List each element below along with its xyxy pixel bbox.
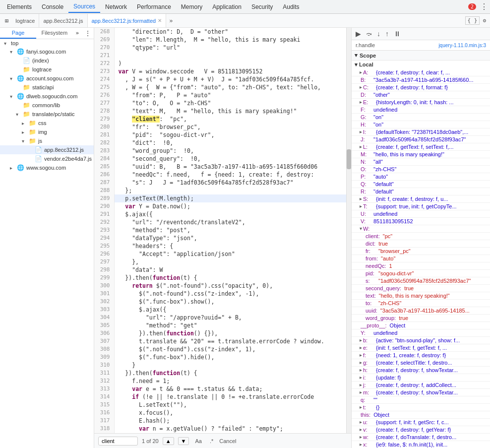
nav-memory[interactable]: Memory	[176, 1, 207, 12]
scope-property[interactable]: P: "auto"	[352, 173, 490, 181]
scope-property[interactable]: ▸ A: {create: f, destroy: f, clear: f, .…	[352, 69, 490, 76]
format-icon[interactable]: { }	[465, 16, 480, 25]
step-out-button[interactable]: ↑	[384, 29, 390, 39]
line-content[interactable]: "method": "post",	[114, 226, 346, 234]
line-content[interactable]: t.translate && "20" == t.translate.error…	[114, 337, 346, 345]
scope-property[interactable]: N: "all"	[352, 158, 490, 166]
regex-toggle-button[interactable]: .*	[208, 437, 215, 445]
line-content[interactable]: "headers": {	[114, 242, 346, 250]
tree-item-common-lib[interactable]: 📁 common/lib	[0, 101, 94, 110]
line-content[interactable]: , J = s(" + P + U + M + V) J = "1adf036c…	[114, 75, 346, 83]
prop-W-header[interactable]: ▾ W:	[352, 225, 490, 233]
tree-item-index[interactable]: 📄 (index)	[0, 56, 94, 65]
line-content[interactable]: "to": O, O = "zh-CHS"	[114, 99, 346, 107]
line-content[interactable]: var Y = Date.now();	[114, 202, 346, 210]
line-content[interactable]: if (!e || !e.translate || 0 != +e.transl…	[114, 393, 346, 401]
scope-property-other[interactable]: ▸ f: {need: 1, create: f, destroy: f}	[352, 352, 490, 359]
scope-property-other[interactable]: ▸ v: {create: f, destroy: f, getYear: f}	[352, 426, 490, 434]
line-content[interactable]: };	[114, 187, 346, 194]
tree-item-top[interactable]: ▾ top	[0, 39, 94, 47]
line-content[interactable]: p.setText(M.length);	[114, 194, 346, 202]
line-content[interactable]: $.ajax({	[114, 306, 346, 314]
scrollbar-thumb[interactable]	[347, 149, 351, 169]
scope-property-other[interactable]: q: ""	[352, 396, 490, 404]
scope-property[interactable]: F: undefined	[352, 106, 490, 114]
scope-property-w[interactable]: pid: "sogou-dict-vr"	[352, 270, 490, 277]
scope-property-other[interactable]: ▸ j: {create: f, destroy: f, addCollect.…	[352, 382, 490, 389]
line-content[interactable]: }	[114, 361, 346, 369]
scope-property[interactable]: ▸ E: {historyLength: 0, init: f, hash: .…	[352, 99, 490, 106]
search-next-button[interactable]: ▼	[178, 437, 189, 445]
nav-application[interactable]: Application	[207, 1, 246, 12]
search-prev-button[interactable]: ▲	[163, 437, 174, 445]
vertical-scrollbar[interactable]	[346, 28, 351, 433]
nav-security[interactable]: Security	[246, 1, 278, 12]
nav-sources[interactable]: Sources	[68, 1, 100, 13]
line-content[interactable]: i.send({	[114, 433, 346, 433]
tree-item-img[interactable]: ▸ 📁 img	[0, 128, 94, 136]
scope-property-w[interactable]: needQc: 1	[352, 262, 490, 270]
line-content[interactable]: "word_group": !0,	[114, 147, 346, 155]
settings-icon[interactable]: ⚙	[483, 17, 486, 24]
tab-app-js[interactable]: app.8ecc3212.js	[39, 14, 87, 27]
line-content[interactable]: "fr": "browser_pc",	[114, 123, 346, 131]
line-content[interactable]: var V = window.seccode V = 8511813095152	[114, 67, 346, 75]
scope-property[interactable]: Q: "default"	[352, 181, 490, 188]
tree-item-static-api[interactable]: 📁 static/api	[0, 83, 94, 92]
scope-property-w[interactable]: word_group: true	[352, 315, 490, 322]
tab-close-icon[interactable]: ✕	[158, 18, 162, 23]
line-content[interactable]: }).then(function(t) {	[114, 369, 346, 377]
line-content[interactable]: "Accept": "application/json"	[114, 250, 346, 258]
scope-property[interactable]: ▸ I: {defaultToken: "72387f1418dc0aeb",.…	[352, 128, 490, 136]
nav-elements[interactable]: Elements	[2, 1, 37, 12]
sidebar-expand-arrow[interactable]: »	[72, 28, 82, 39]
line-content[interactable]: var e = t && 0 === t.status && t.data;	[114, 385, 346, 393]
sidebar-tab-page[interactable]: Page	[0, 28, 36, 39]
line-content[interactable]: "qtype": "url"	[114, 44, 346, 52]
more-icon[interactable]: ⋮	[480, 2, 488, 11]
scope-property-other[interactable]: ▸ b: {active: "btn-sound-play", show: f.…	[352, 337, 490, 344]
tree-item-js[interactable]: ▾ 📁 js	[0, 136, 94, 145]
code-scroll[interactable]: 268 "direction": D, D = "other"269 "len"…	[94, 28, 346, 433]
line-content[interactable]: )	[114, 60, 346, 67]
scope-property-other[interactable]: ▸ t: {}	[352, 404, 490, 411]
sidebar-tab-filesystem[interactable]: Filesystem	[36, 28, 72, 39]
deactivate-button[interactable]: ⏸	[393, 29, 402, 39]
tree-item-www[interactable]: ▸ 🌐 www.sogou.com	[0, 163, 94, 172]
scope-property-other[interactable]: __proto__: Object	[352, 322, 490, 329]
scope-property-other[interactable]: ▸ i: {update: f}	[352, 374, 490, 382]
line-content[interactable]	[114, 52, 346, 60]
line-content[interactable]: var n = x.getValue() ? "failed" : "empty…	[114, 425, 346, 433]
line-content[interactable]: L.setText(""),	[114, 401, 346, 409]
line-content[interactable]: "url": "/reventondc/translateV2",	[114, 218, 346, 226]
nav-console[interactable]: Console	[37, 1, 68, 12]
scope-property[interactable]: H: "on"	[352, 121, 490, 128]
more-tabs-icon[interactable]: »	[166, 15, 176, 26]
line-content[interactable]: $.ajax({	[114, 210, 346, 218]
line-content[interactable]: $(".func-box").show(),	[114, 298, 346, 306]
scope-property-other[interactable]: Y: undefined	[352, 329, 490, 337]
step-into-button[interactable]: ↓	[376, 29, 381, 39]
tree-item-dlweb[interactable]: ▾ 🌐 dlweb.sogoucdn.com	[0, 92, 94, 101]
local-header[interactable]: ▾ Local	[352, 61, 490, 69]
tree-item-account[interactable]: ▾ 🌐 account.sogou.com	[0, 74, 94, 83]
scope-property-w[interactable]: uuid: "3ac5a3b7-a197-411b-a695-14185...	[352, 307, 490, 315]
scope-property-w[interactable]: s: "1adf036c509f64a785fcf2d528f93ac7"	[352, 277, 490, 285]
scope-property-w[interactable]: to: "zh-CHS"	[352, 300, 490, 307]
line-content[interactable]: x.focus(),	[114, 409, 346, 417]
tree-item-css[interactable]: ▸ 📁 css	[0, 119, 94, 128]
tree-item-vendor-js[interactable]: 📄 vendor.e2be4da7.js	[0, 154, 94, 163]
scope-property[interactable]: ▸ S: {init: f, create: f, destroy: f, u.…	[352, 195, 490, 203]
line-content[interactable]: return $(".not-found").css("opacity", 0)…	[114, 282, 346, 290]
scope-property-other[interactable]: ▸ h: {create: f, destroy: f, showTextar.…	[352, 367, 490, 374]
line-content[interactable]: $(".func-box").hide(),	[114, 353, 346, 361]
scope-property[interactable]: M: "hello, this is mary speaking!"	[352, 151, 490, 158]
scope-property[interactable]: U: undefined	[352, 210, 490, 218]
scope-property[interactable]: O: "zh-CHS"	[352, 166, 490, 173]
tree-item-app-js[interactable]: 📄 app.8ecc3212.js	[0, 145, 94, 154]
line-content[interactable]: $(".not-found").css("z-index", -1),	[114, 290, 346, 298]
line-content[interactable]: "pid": "sogou-dict-vr",	[114, 131, 346, 139]
line-content[interactable]: "from": P, P = "auto"	[114, 91, 346, 99]
line-content[interactable]: , W = { W = {"from": "auto", to: "zh-CHS…	[114, 83, 346, 91]
line-content[interactable]: "needQc": f.need, f = {need: 1, create: …	[114, 171, 346, 179]
